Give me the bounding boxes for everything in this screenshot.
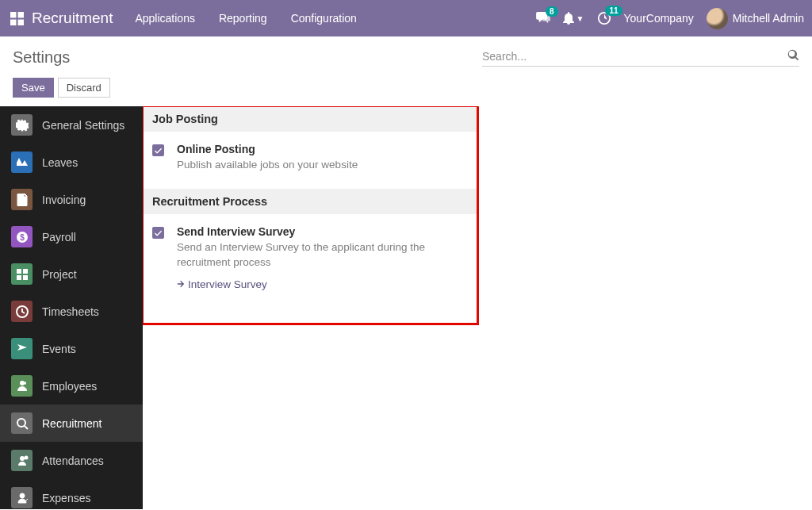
sidebar-item-events[interactable]: Events: [0, 330, 143, 367]
search-input[interactable]: [482, 50, 787, 63]
sidebar-icon: [11, 151, 33, 173]
sidebar-item-label: Events: [42, 343, 76, 355]
sidebar-item-label: Expenses: [42, 492, 90, 504]
apps-icon[interactable]: [10, 12, 24, 25]
sidebar-item-leaves[interactable]: Leaves: [0, 144, 143, 181]
link-interview-survey[interactable]: Interview Survey: [177, 278, 267, 290]
sidebar-icon: $: [11, 226, 33, 247]
option-title-interview-survey: Send Interview Survey: [177, 225, 467, 238]
svg-point-12: [24, 455, 28, 459]
app-brand[interactable]: Recruitment: [32, 10, 113, 27]
search-icon[interactable]: [787, 49, 799, 63]
sidebar-item-label: Payroll: [42, 231, 76, 243]
svg-text:$: $: [20, 233, 25, 242]
section-job-posting: Job Posting Online Posting Publish avail…: [143, 106, 477, 189]
caret-down-icon: ▼: [576, 14, 584, 23]
sidebar-icon: [11, 375, 33, 397]
arrow-right-icon: [177, 278, 185, 290]
sidebar-icon: [11, 114, 33, 136]
sidebar-icon: [11, 338, 33, 359]
top-menu: Applications Reporting Configuration: [135, 12, 356, 25]
discard-button[interactable]: Discard: [58, 78, 110, 98]
sidebar-icon: [11, 487, 33, 508]
section-recruitment-process: Recruitment Process Send Interview Surve…: [143, 189, 477, 306]
sidebar-item-attendances[interactable]: Attendances: [0, 442, 143, 479]
settings-sidebar: General SettingsLeavesInvoicing$PayrollP…: [0, 106, 143, 509]
user-name: Mitchell Admin: [733, 12, 804, 25]
svg-rect-6: [17, 269, 21, 274]
sidebar-item-expenses[interactable]: Expenses: [0, 479, 143, 509]
sidebar-icon: [11, 412, 33, 434]
sidebar-item-general-settings[interactable]: General Settings: [0, 106, 143, 144]
svg-rect-7: [23, 269, 28, 274]
search-container: [482, 49, 799, 67]
sidebar-item-label: Employees: [42, 380, 97, 393]
user-menu[interactable]: Mitchell Admin: [707, 8, 804, 29]
option-desc-online-posting: Publish available jobs on your website: [177, 158, 358, 173]
control-panel-top: Settings: [0, 36, 812, 67]
sidebar-item-project[interactable]: Project: [0, 255, 143, 293]
svg-rect-1: [18, 12, 24, 17]
sidebar-item-label: Leaves: [42, 156, 78, 169]
menu-applications[interactable]: Applications: [135, 12, 195, 25]
link-label: Interview Survey: [188, 278, 267, 290]
sidebar-item-payroll[interactable]: $Payroll: [0, 218, 143, 255]
control-panel-buttons: Save Discard: [0, 67, 812, 106]
svg-point-11: [17, 419, 25, 427]
checkbox-interview-survey[interactable]: [152, 227, 164, 239]
menu-configuration[interactable]: Configuration: [291, 12, 357, 25]
notifications-icon[interactable]: ▼: [563, 12, 584, 25]
sidebar-item-employees[interactable]: Employees: [0, 367, 143, 405]
svg-rect-8: [17, 275, 21, 280]
svg-rect-9: [23, 275, 28, 280]
svg-rect-2: [10, 19, 16, 25]
save-button[interactable]: Save: [13, 78, 54, 98]
sidebar-icon: [11, 450, 33, 471]
topbar: Recruitment Applications Reporting Confi…: [0, 0, 812, 36]
checkbox-online-posting[interactable]: [152, 144, 164, 156]
page-title: Settings: [13, 48, 70, 67]
sidebar-item-timesheets[interactable]: Timesheets: [0, 293, 143, 330]
sidebar-item-invoicing[interactable]: Invoicing: [0, 181, 143, 218]
svg-rect-0: [10, 12, 16, 17]
company-switcher[interactable]: YourCompany: [624, 12, 694, 25]
option-title-online-posting: Online Posting: [177, 143, 358, 155]
option-desc-interview-survey: Send an Interview Survey to the applican…: [177, 240, 467, 270]
sidebar-item-label: Recruitment: [42, 417, 102, 430]
sidebar-item-label: Project: [42, 268, 77, 281]
messages-badge: 8: [546, 6, 558, 17]
settings-main: Job Posting Online Posting Publish avail…: [143, 106, 812, 509]
sidebar-item-label: Attendances: [42, 454, 104, 467]
sidebar-icon: [11, 301, 33, 322]
sidebar-item-recruitment[interactable]: Recruitment: [0, 405, 143, 442]
sidebar-item-label: Invoicing: [42, 194, 86, 206]
section-header-recruitment-process: Recruitment Process: [143, 189, 477, 214]
avatar: [707, 8, 728, 29]
menu-reporting[interactable]: Reporting: [219, 12, 267, 25]
content: General SettingsLeavesInvoicing$PayrollP…: [0, 106, 812, 509]
messages-icon[interactable]: 8: [536, 12, 550, 25]
section-header-job-posting: Job Posting: [143, 106, 477, 132]
sidebar-icon: [11, 189, 33, 210]
activities-icon[interactable]: 11: [597, 11, 611, 25]
sidebar-item-label: Timesheets: [42, 305, 99, 318]
topbar-right: 8 ▼ 11 YourCompany Mitchell Admin: [536, 8, 804, 29]
sidebar-icon: [11, 263, 33, 285]
activities-badge: 11: [605, 6, 622, 16]
svg-rect-3: [18, 19, 24, 25]
sidebar-item-label: General Settings: [42, 119, 124, 132]
